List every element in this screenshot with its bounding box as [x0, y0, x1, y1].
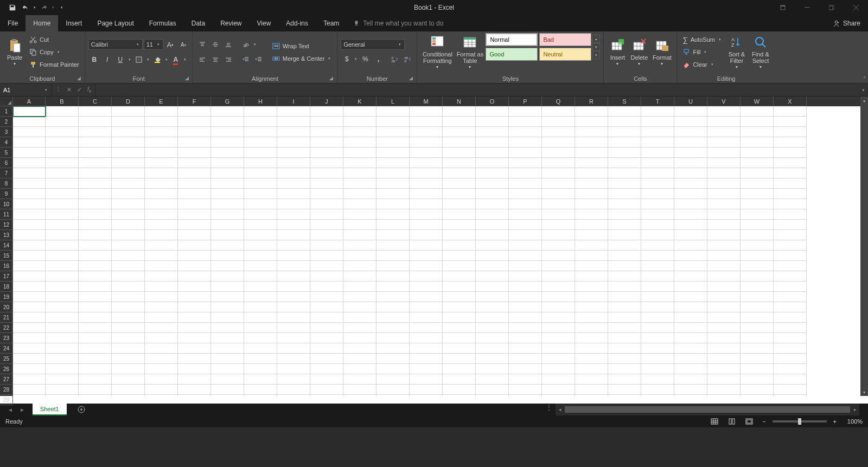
cell[interactable] [707, 364, 741, 374]
cell[interactable] [376, 385, 410, 395]
cell[interactable] [46, 189, 79, 199]
cell[interactable] [79, 230, 112, 240]
cell[interactable] [211, 343, 244, 354]
cell[interactable] [46, 158, 79, 168]
align-right-button[interactable] [222, 54, 234, 66]
cell[interactable] [79, 209, 112, 220]
cell[interactable] [774, 292, 807, 302]
cell[interactable] [310, 364, 343, 374]
cell[interactable] [443, 323, 476, 333]
cell[interactable] [509, 158, 542, 168]
cell[interactable] [46, 323, 79, 333]
cell[interactable] [641, 374, 674, 385]
cell[interactable] [741, 374, 774, 385]
cell[interactable] [112, 220, 145, 230]
cell[interactable] [774, 364, 807, 374]
cell[interactable] [641, 395, 674, 396]
cell[interactable] [741, 189, 774, 199]
cell[interactable] [112, 385, 145, 395]
cell[interactable] [310, 251, 343, 261]
cell[interactable] [145, 178, 178, 189]
cell[interactable] [641, 230, 674, 240]
cell[interactable] [707, 117, 741, 127]
cell[interactable] [608, 261, 641, 271]
cell[interactable] [707, 354, 741, 364]
cell[interactable] [575, 302, 608, 312]
cell[interactable] [410, 240, 443, 251]
fill-button[interactable]: Fill▾ [680, 47, 724, 58]
cell[interactable] [443, 271, 476, 282]
column-header[interactable]: L [376, 97, 410, 106]
cell[interactable] [542, 178, 575, 189]
cell[interactable] [674, 230, 707, 240]
cell[interactable] [410, 271, 443, 282]
cell[interactable] [443, 292, 476, 302]
cell[interactable] [112, 261, 145, 271]
cell[interactable] [741, 106, 774, 117]
row-header[interactable]: 8 [0, 178, 13, 189]
column-header[interactable]: P [509, 97, 542, 106]
cell[interactable] [443, 209, 476, 220]
cell[interactable] [476, 271, 509, 282]
cell[interactable] [211, 158, 244, 168]
cell[interactable] [244, 168, 277, 178]
cell[interactable] [774, 117, 807, 127]
cell[interactable] [376, 230, 410, 240]
column-header[interactable]: Q [542, 97, 575, 106]
cell[interactable] [509, 354, 542, 364]
number-dialog-launcher[interactable]: ◢ [409, 75, 416, 82]
cell[interactable] [277, 106, 310, 117]
column-header[interactable]: D [112, 97, 145, 106]
cell[interactable] [145, 354, 178, 364]
cell[interactable] [310, 106, 343, 117]
cell[interactable] [13, 189, 46, 199]
cell[interactable] [509, 199, 542, 209]
cell[interactable] [112, 158, 145, 168]
cell[interactable] [542, 106, 575, 117]
share-button[interactable]: Share [833, 15, 860, 31]
cell[interactable] [145, 282, 178, 292]
cell[interactable] [376, 137, 410, 148]
cell[interactable] [410, 364, 443, 374]
cell[interactable] [741, 364, 774, 374]
cell[interactable] [575, 251, 608, 261]
cell[interactable] [145, 323, 178, 333]
cell[interactable] [542, 395, 575, 396]
undo-dropdown[interactable]: ▾ [33, 5, 37, 10]
cell[interactable] [13, 168, 46, 178]
cell[interactable] [608, 199, 641, 209]
cell[interactable] [575, 323, 608, 333]
cell[interactable] [376, 117, 410, 127]
cell[interactable] [674, 323, 707, 333]
normal-view-button[interactable] [708, 417, 721, 426]
cell[interactable] [509, 323, 542, 333]
cell[interactable] [376, 323, 410, 333]
cell[interactable] [178, 251, 211, 261]
cell[interactable] [608, 230, 641, 240]
cell[interactable] [376, 178, 410, 189]
zoom-out-button[interactable]: − [760, 418, 768, 425]
cell[interactable] [112, 127, 145, 137]
cell[interactable] [575, 137, 608, 148]
cell[interactable] [741, 158, 774, 168]
cell[interactable] [476, 240, 509, 251]
cell[interactable] [509, 261, 542, 271]
cell[interactable] [211, 354, 244, 364]
cell[interactable] [13, 106, 46, 117]
cell[interactable] [112, 199, 145, 209]
cell[interactable] [244, 240, 277, 251]
cell[interactable] [244, 127, 277, 137]
cell[interactable] [13, 374, 46, 385]
row-header[interactable]: 6 [0, 158, 13, 168]
column-header[interactable]: O [476, 97, 509, 106]
cell[interactable] [575, 282, 608, 292]
cell[interactable] [376, 189, 410, 199]
cell[interactable] [277, 385, 310, 395]
redo-dropdown[interactable]: ▾ [51, 5, 55, 10]
cell[interactable] [244, 251, 277, 261]
cell[interactable] [46, 168, 79, 178]
cell[interactable] [509, 292, 542, 302]
cell[interactable] [277, 240, 310, 251]
column-header[interactable]: G [211, 97, 244, 106]
redo-button[interactable] [38, 2, 50, 14]
